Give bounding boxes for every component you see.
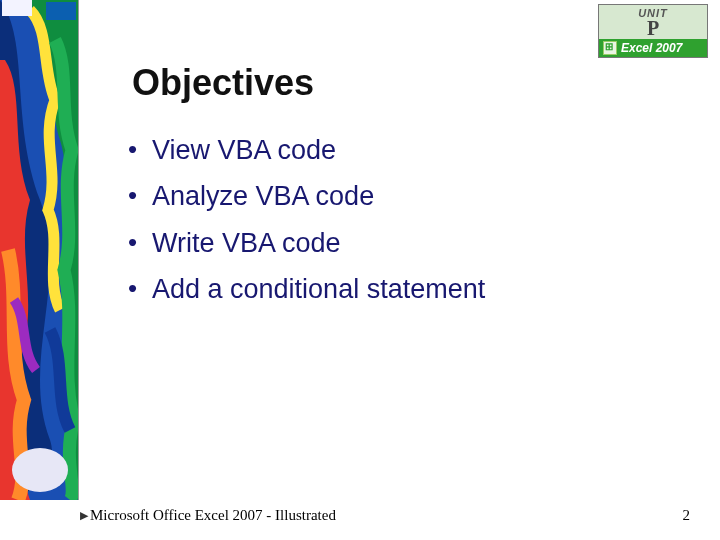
svg-rect-3 xyxy=(46,2,76,20)
slide-title: Objectives xyxy=(132,62,314,104)
bullet-text: Add a conditional statement xyxy=(152,274,485,304)
excel-icon xyxy=(603,41,617,55)
list-item: Analyze VBA code xyxy=(128,178,485,214)
unit-badge-top: UNIT P xyxy=(599,5,707,39)
list-item: Add a conditional statement xyxy=(128,271,485,307)
list-item: View VBA code xyxy=(128,132,485,168)
footer-text: Microsoft Office Excel 2007 - Illustrate… xyxy=(90,507,336,524)
footer: ▶ Microsoft Office Excel 2007 - Illustra… xyxy=(80,507,336,524)
unit-letter: P xyxy=(599,18,707,38)
vertical-divider xyxy=(78,0,79,500)
list-item: Write VBA code xyxy=(128,225,485,261)
unit-badge-bottom: Excel 2007 xyxy=(599,39,707,57)
bullet-text: Analyze VBA code xyxy=(152,181,374,211)
bullet-text: Write VBA code xyxy=(152,228,341,258)
triangle-icon: ▶ xyxy=(80,509,88,522)
svg-point-1 xyxy=(12,448,68,492)
page-number: 2 xyxy=(683,507,691,524)
product-name: Excel 2007 xyxy=(621,41,682,55)
objectives-list: View VBA code Analyze VBA code Write VBA… xyxy=(128,132,485,318)
abstract-painting xyxy=(0,0,78,500)
svg-rect-2 xyxy=(2,0,32,16)
bullet-text: View VBA code xyxy=(152,135,336,165)
slide: UNIT P Excel 2007 Objectives View VBA co… xyxy=(0,0,720,540)
decorative-art-strip xyxy=(0,0,78,500)
unit-badge: UNIT P Excel 2007 xyxy=(598,4,708,58)
